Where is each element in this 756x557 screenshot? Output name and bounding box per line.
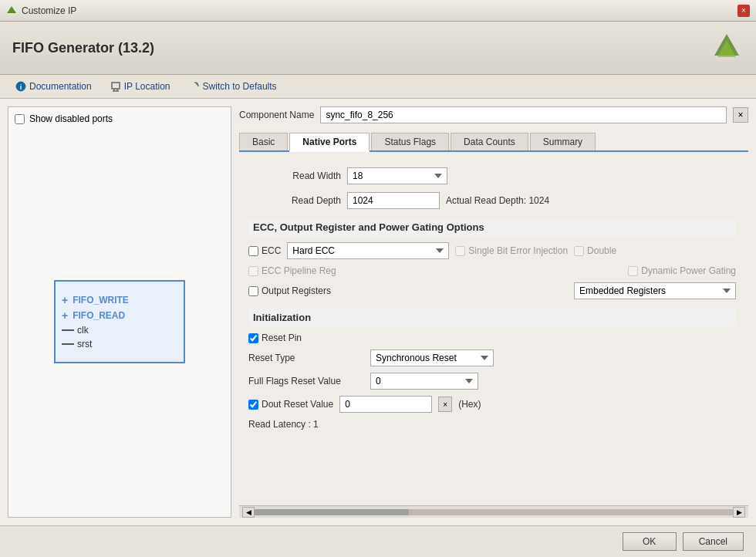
- read-width-label: Read Width: [248, 170, 341, 181]
- ecc-pipeline-label: ECC Pipeline Reg: [248, 265, 336, 276]
- reset-pin-label[interactable]: Reset Pin: [248, 333, 736, 343]
- right-panel: Component Name × Basic Native Ports Stat…: [239, 106, 748, 518]
- output-registers-label[interactable]: Output Registers: [248, 285, 331, 296]
- double-checkbox[interactable]: [574, 246, 584, 256]
- tab-content-wrapper: Read Width 18 8 16 32 Read Depth: [239, 158, 748, 518]
- documentation-button[interactable]: i Documentation: [12, 79, 95, 93]
- app-header: FIFO Generator (13.2): [0, 22, 756, 75]
- actual-read-depth: Actual Read Depth: 1024: [446, 195, 549, 206]
- read-width-row: Read Width 18 8 16 32: [248, 167, 736, 184]
- info-icon: i: [15, 81, 26, 92]
- port-row-clk: clk: [62, 325, 177, 336]
- reset-type-label: Reset Type: [248, 353, 364, 363]
- tab-native-ports[interactable]: Native Ports: [289, 133, 370, 152]
- ok-button[interactable]: OK: [623, 532, 677, 551]
- switch-to-defaults-button[interactable]: Switch to Defaults: [186, 79, 280, 93]
- read-depth-label: Read Depth: [248, 195, 341, 206]
- embedded-registers-select[interactable]: Embedded Registers Fabric Registers Both: [574, 282, 736, 299]
- reset-type-select[interactable]: Synchronous Reset Asynchronous Reset: [370, 349, 494, 366]
- show-disabled-row: Show disabled ports: [15, 113, 224, 124]
- port-row-srst: srst: [62, 339, 177, 349]
- fifo-write-label: FIFO_WRITE: [73, 295, 129, 306]
- fifo-component: + FIFO_WRITE + FIFO_READ clk srst: [54, 280, 185, 363]
- ecc-left: ECC Pipeline Reg: [248, 265, 336, 276]
- reset-pin-row: Reset Pin: [248, 333, 736, 343]
- srst-label: srst: [77, 339, 92, 349]
- refresh-icon: [189, 81, 200, 92]
- wire-clk: [62, 329, 74, 331]
- content-area: Show disabled ports + FIFO_WRITE + FIFO_…: [0, 99, 756, 525]
- close-button[interactable]: ×: [737, 5, 750, 17]
- fifo-read-label: FIFO_READ: [73, 310, 125, 321]
- scroll-left-button[interactable]: ◀: [242, 507, 255, 518]
- main-window: FIFO Generator (13.2) i Documentation: [0, 22, 756, 557]
- svg-text:i: i: [20, 83, 22, 91]
- scroll-track[interactable]: [255, 509, 733, 515]
- reset-type-row: Reset Type Synchronous Reset Asynchronou…: [248, 349, 736, 366]
- xilinx-logo: [710, 31, 744, 65]
- tab-basic[interactable]: Basic: [239, 133, 288, 150]
- dout-reset-input[interactable]: [339, 396, 432, 413]
- read-width-select[interactable]: 18 8 16 32: [347, 167, 447, 184]
- init-section-header: Initialization: [248, 309, 736, 326]
- wire-srst: [62, 343, 74, 345]
- bus-icon-read: +: [62, 309, 68, 322]
- single-bit-error-checkbox[interactable]: [455, 246, 465, 256]
- ecc-type-select[interactable]: Hard ECC Soft ECC No ECC: [287, 242, 449, 259]
- svg-rect-5: [112, 83, 120, 89]
- title-bar: Customize IP ×: [0, 0, 756, 22]
- output-reg-row: Output Registers Embedded Registers Fabr…: [248, 282, 736, 299]
- port-row-fifo-read: + FIFO_READ: [62, 309, 177, 322]
- reset-pin-checkbox[interactable]: [248, 333, 258, 343]
- ecc-pipeline-checkbox[interactable]: [248, 266, 258, 276]
- app-icon: [6, 5, 17, 16]
- tab-data-counts[interactable]: Data Counts: [451, 133, 528, 150]
- output-reg-right: Embedded Registers Fabric Registers Both: [574, 282, 736, 299]
- clk-label: clk: [77, 325, 89, 336]
- dout-reset-checkbox-label[interactable]: Dout Reset Value: [248, 399, 333, 410]
- dout-reset-row: Dout Reset Value × (Hex): [248, 396, 736, 413]
- app-title-text: FIFO Generator (13.2): [12, 40, 154, 56]
- full-flags-label: Full Flags Reset Value: [248, 376, 364, 387]
- bottom-buttons: OK Cancel: [0, 525, 756, 557]
- clear-component-name-button[interactable]: ×: [733, 107, 748, 123]
- double-label: Double: [574, 245, 616, 256]
- tab-summary[interactable]: Summary: [530, 133, 596, 150]
- component-name-row: Component Name ×: [239, 106, 748, 123]
- dout-reset-checkbox[interactable]: [248, 400, 258, 410]
- show-disabled-checkbox[interactable]: [15, 114, 25, 124]
- show-disabled-label[interactable]: Show disabled ports: [29, 113, 113, 124]
- ip-location-button[interactable]: IP Location: [107, 79, 174, 93]
- ecc-right: Dynamic Power Gating: [628, 265, 736, 276]
- single-bit-error-label: Single Bit Error Injection: [455, 245, 568, 256]
- read-depth-input[interactable]: [347, 192, 440, 209]
- tab-status-flags[interactable]: Status Flags: [371, 133, 449, 150]
- svg-marker-0: [7, 6, 16, 13]
- clear-dout-button[interactable]: ×: [438, 397, 452, 412]
- cancel-button[interactable]: Cancel: [683, 532, 744, 551]
- ecc-checkbox-label[interactable]: ECC: [248, 245, 281, 256]
- port-row-fifo-write: + FIFO_WRITE: [62, 294, 177, 306]
- full-flags-select[interactable]: 0 1: [370, 373, 478, 390]
- dynamic-power-label: Dynamic Power Gating: [628, 265, 736, 276]
- output-registers-checkbox[interactable]: [248, 286, 258, 296]
- toolbar: i Documentation IP Location Switch to De…: [0, 75, 756, 99]
- ecc-section-header: ECC, Output Register and Power Gating Op…: [248, 218, 736, 236]
- full-flags-row: Full Flags Reset Value 0 1: [248, 373, 736, 390]
- component-canvas: + FIFO_WRITE + FIFO_READ clk srst: [15, 132, 224, 511]
- bus-icon-write: +: [62, 294, 68, 306]
- inner-content: Read Width 18 8 16 32 Read Depth: [239, 158, 748, 505]
- ecc-checkbox[interactable]: [248, 246, 258, 256]
- read-depth-row: Read Depth Actual Read Depth: 1024: [248, 192, 736, 209]
- component-name-label: Component Name: [239, 110, 314, 120]
- left-panel: Show disabled ports + FIFO_WRITE + FIFO_…: [8, 106, 231, 518]
- read-latency: Read Latency : 1: [248, 419, 736, 430]
- hex-label: (Hex): [458, 399, 481, 410]
- ecc-options-row: ECC Pipeline Reg Dynamic Power Gating: [248, 265, 736, 276]
- location-icon: [110, 81, 121, 92]
- scroll-right-button[interactable]: ▶: [733, 507, 745, 518]
- bottom-scroll-bar: ◀ ▶: [239, 505, 748, 518]
- output-reg-left: Output Registers: [248, 285, 331, 296]
- dynamic-power-checkbox[interactable]: [628, 266, 638, 276]
- component-name-input[interactable]: [320, 106, 727, 123]
